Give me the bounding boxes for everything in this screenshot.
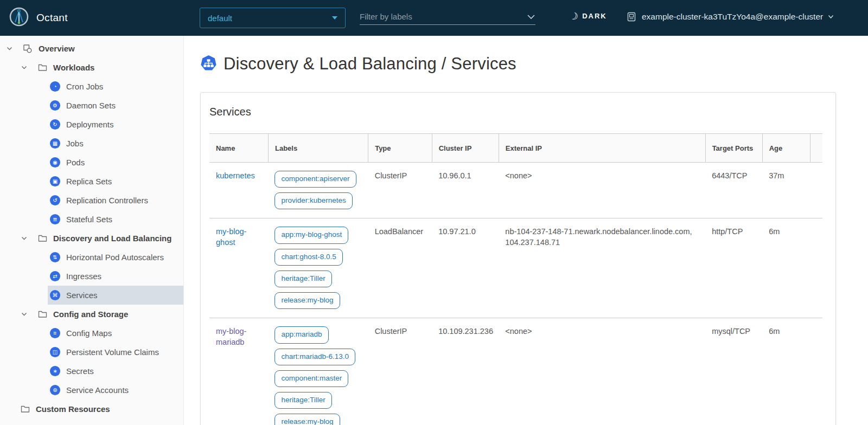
service-name-link[interactable]: kubernetes xyxy=(216,171,255,180)
sidebar-item-label: Custom Resources xyxy=(36,404,110,414)
namespace-select[interactable]: default xyxy=(200,8,346,28)
age-cell: 6m xyxy=(762,218,810,318)
main-content: Discovery & Load Balancing / Services Se… xyxy=(184,36,868,425)
sidebar-item-stateful-sets[interactable]: ≣Stateful Sets xyxy=(48,210,183,229)
chevron-down-icon xyxy=(828,15,834,19)
age-cell: 6m xyxy=(762,318,810,425)
hpa-icon: ⇅ xyxy=(50,252,60,262)
top-bar: Octant default Filter by labels ☾ DARK e… xyxy=(0,0,868,36)
sidebar-item-config-and-storage[interactable]: Config and Storage xyxy=(0,305,183,324)
column-header-target-ports: Target Ports xyxy=(705,134,762,163)
brand: Octant xyxy=(9,7,68,29)
cluster-context-label: example-cluster-ka3TuTzYo4a@example-clus… xyxy=(642,12,823,22)
sidebar-item-label: Config and Storage xyxy=(53,310,128,319)
sidebar-item-horizontal-pod-autoscalers[interactable]: ⇅Horizontal Pod Autoscalers xyxy=(48,248,183,267)
type-cell: ClusterIP xyxy=(368,163,432,218)
label-pill[interactable]: heritage:Tiller xyxy=(275,392,331,409)
sidebar-item-custom-resources[interactable]: Custom Resources xyxy=(0,400,183,418)
sidebar-item-jobs[interactable]: ▦Jobs xyxy=(48,134,183,153)
sidebar-item-persistent-volume-claims[interactable]: ◫Persistent Volume Claims xyxy=(48,343,183,362)
sidebar-item-daemon-sets[interactable]: ⚙Daemon Sets xyxy=(48,96,183,115)
octant-logo-icon xyxy=(9,7,29,29)
label-pill[interactable]: heritage:Tiller xyxy=(275,271,331,287)
label-pill[interactable]: component:master xyxy=(275,370,348,387)
type-cell: LoadBalancer xyxy=(368,218,432,318)
chevron-down-icon[interactable] xyxy=(20,235,28,242)
label-pill[interactable]: app:my-blog-ghost xyxy=(275,227,348,243)
label-pill[interactable]: chart:ghost-8.0.5 xyxy=(275,249,342,266)
page-title-text: Discovery & Load Balancing / Services xyxy=(224,54,516,74)
label-pill[interactable]: chart:mariadb-6.13.0 xyxy=(275,349,355,365)
deployments-icon: ↻ xyxy=(50,119,60,130)
sidebar-item-overview[interactable]: Overview xyxy=(0,39,183,58)
sidebar-item-replica-sets[interactable]: ▣Replica Sets xyxy=(48,172,183,191)
sidebar-item-label: Jobs xyxy=(66,139,84,148)
sidebar-item-label: Services xyxy=(66,291,98,300)
cluster-ip-cell: 10.109.231.236 xyxy=(432,318,499,425)
spacer-cell xyxy=(810,218,822,318)
column-header-type: Type xyxy=(368,134,432,163)
sidebar-item-discovery-and-load-balancing[interactable]: Discovery and Load Balancing xyxy=(0,229,183,248)
replication-controllers-icon: ↺ xyxy=(50,195,60,205)
sidebar-item-label: Ingresses xyxy=(66,272,101,281)
replica-sets-icon: ▣ xyxy=(50,176,60,186)
sidebar-item-config-maps[interactable]: ≡Config Maps xyxy=(48,324,183,343)
sidebar-item-cron-jobs[interactable]: ◔Cron Jobs xyxy=(48,77,183,96)
sidebar-item-ingresses[interactable]: ⇄Ingresses xyxy=(48,267,183,286)
column-header-external-ip: External IP xyxy=(499,134,705,163)
table-header-row: NameLabelsTypeCluster IPExternal IPTarge… xyxy=(209,134,822,163)
sidebar-item-service-accounts[interactable]: ⊛Service Accounts xyxy=(48,381,183,400)
services-icon: ⌘ xyxy=(50,290,60,300)
dark-mode-toggle[interactable]: ☾ DARK xyxy=(570,11,607,21)
sidebar-item-label: Persistent Volume Claims xyxy=(66,347,159,357)
label-pill[interactable]: app:mariadb xyxy=(275,326,328,343)
sidebar-item-label: Pods xyxy=(66,158,85,167)
target-ports-cell: http/TCP xyxy=(705,218,762,318)
external-ip-cell: <none> xyxy=(499,318,705,425)
sidebar-item-label: Workloads xyxy=(53,63,94,72)
sidebar-item-label: Stateful Sets xyxy=(66,215,112,224)
cluster-context-dropdown[interactable]: example-cluster-ka3TuTzYo4a@example-clus… xyxy=(627,12,834,22)
service-name-link[interactable]: my-blog-ghost xyxy=(216,227,246,247)
sidebar-item-services[interactable]: ⌘Services xyxy=(48,286,183,305)
cluster-icon xyxy=(627,12,637,22)
pvc-icon: ◫ xyxy=(50,347,60,357)
services-card: Services NameLabelsTypeCluster IPExterna… xyxy=(200,92,836,425)
folder-icon xyxy=(37,234,47,242)
page-title: Discovery & Load Balancing / Services xyxy=(200,54,836,74)
filter-by-labels-input[interactable]: Filter by labels xyxy=(360,9,535,25)
chevron-down-icon[interactable] xyxy=(5,45,13,52)
ingresses-icon: ⇄ xyxy=(50,271,60,281)
sidebar-item-label: Deployments xyxy=(66,120,114,129)
target-ports-cell: mysql/TCP xyxy=(705,318,762,425)
label-pill[interactable]: component:apiserver xyxy=(275,171,356,188)
cluster-ip-cell: 10.97.21.0 xyxy=(432,218,499,318)
chevron-down-icon[interactable] xyxy=(20,311,28,318)
sidebar-item-label: Discovery and Load Balancing xyxy=(53,234,171,243)
age-cell: 37m xyxy=(762,163,810,218)
folder-icon xyxy=(20,405,30,413)
overview-icon xyxy=(23,44,33,54)
service-name-link[interactable]: my-blog-mariadb xyxy=(216,327,246,346)
sidebar-item-deployments[interactable]: ↻Deployments xyxy=(48,115,183,134)
sidebar-item-pods[interactable]: ◉Pods xyxy=(48,153,183,172)
sidebar-item-label: Daemon Sets xyxy=(66,101,116,110)
external-ip-cell: nb-104-237-148-71.newark.nodebalancer.li… xyxy=(499,218,705,318)
stateful-sets-icon: ≣ xyxy=(50,214,60,224)
card-heading: Services xyxy=(209,106,822,118)
label-pill[interactable]: provider:kubernetes xyxy=(275,192,352,209)
label-pill[interactable]: release:my-blog xyxy=(275,414,340,425)
chevron-down-icon[interactable] xyxy=(20,64,28,71)
column-header-spacer xyxy=(810,134,822,163)
sidebar-item-workloads[interactable]: Workloads xyxy=(0,58,183,77)
sidebar-item-label: Cron Jobs xyxy=(66,82,103,91)
label-pill[interactable]: release:my-blog xyxy=(275,292,340,309)
service-icon xyxy=(200,55,217,74)
sidebar-item-label: Replica Sets xyxy=(66,177,112,186)
sidebar-item-replication-controllers[interactable]: ↺Replication Controllers xyxy=(48,191,183,210)
sidebar-item-secrets[interactable]: ∗Secrets xyxy=(48,362,183,381)
type-cell: ClusterIP xyxy=(368,318,432,425)
spacer-cell xyxy=(810,318,822,425)
folder-icon xyxy=(37,63,47,72)
pods-icon: ◉ xyxy=(50,157,60,168)
